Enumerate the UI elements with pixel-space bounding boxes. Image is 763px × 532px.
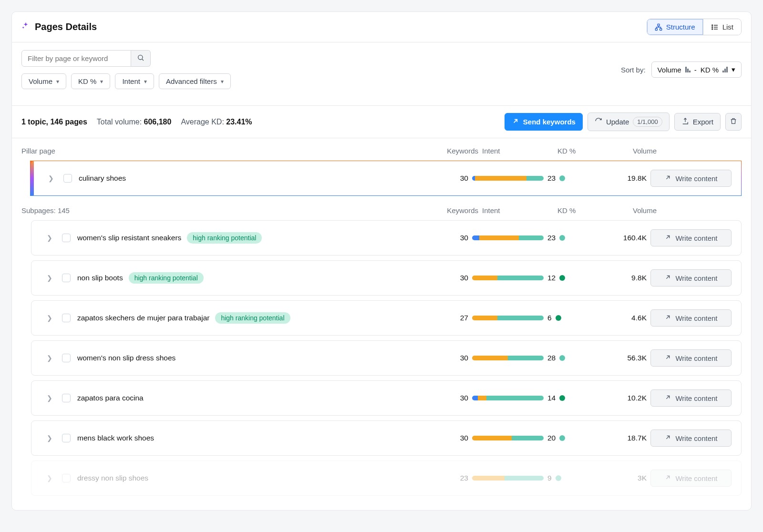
update-count: 1/1,000	[633, 117, 662, 127]
search-input[interactable]	[21, 50, 131, 67]
table-row: ❯ zapatos skechers de mujer para trabaja…	[31, 300, 742, 336]
row-keywords: 30	[421, 174, 468, 183]
total-volume-value: 606,180	[144, 118, 172, 126]
row-volume: 4.6K	[594, 314, 647, 322]
view-list-button[interactable]: List	[703, 19, 741, 35]
row-kd: 12	[547, 274, 590, 282]
view-structure-button[interactable]: Structure	[647, 19, 703, 35]
row-volume: 3K	[594, 474, 647, 482]
send-icon	[512, 117, 519, 126]
sort-desc-icon	[685, 67, 691, 72]
filter-volume[interactable]: Volume ▾	[21, 73, 66, 89]
filter-advanced[interactable]: Advanced filters ▾	[159, 73, 231, 89]
write-label: Write content	[675, 314, 717, 322]
subpages-count: 145	[58, 206, 70, 215]
write-content-button[interactable]: Write content	[650, 430, 732, 447]
row-name: zapatos para cocina	[77, 394, 144, 402]
row-name-cell: mens black work shoes	[77, 434, 417, 442]
row-keywords: 30	[421, 234, 468, 242]
sparkle-icon	[21, 21, 30, 32]
search-group	[21, 50, 151, 67]
expand-toggle[interactable]: ❯	[41, 394, 58, 402]
row-keywords: 30	[421, 274, 468, 282]
search-button[interactable]	[131, 50, 151, 67]
expand-toggle[interactable]: ❯	[41, 474, 58, 482]
row-checkbox[interactable]	[62, 314, 71, 322]
row-name: non slip boots	[77, 274, 123, 282]
row-checkbox[interactable]	[63, 174, 72, 183]
write-content-button[interactable]: Write content	[650, 269, 732, 286]
sort-value-1: Volume	[658, 66, 681, 74]
stats-right: Send keywords Update 1/1,000 Export	[505, 113, 742, 131]
col-keywords: Keywords	[431, 147, 478, 155]
row-name-cell: women's slip resistant sneakers high ran…	[77, 232, 417, 244]
col-keywords: Keywords	[431, 206, 478, 215]
trash-icon	[730, 117, 737, 126]
svg-point-4	[711, 27, 712, 28]
chevron-down-icon: ▾	[144, 78, 147, 85]
write-label: Write content	[675, 434, 717, 442]
expand-toggle[interactable]: ❯	[41, 434, 58, 442]
row-volume: 19.8K	[594, 174, 647, 183]
write-label: Write content	[675, 174, 717, 183]
filter-intent[interactable]: Intent ▾	[115, 73, 154, 89]
row-keywords: 23	[421, 474, 468, 482]
expand-toggle[interactable]: ❯	[41, 234, 58, 242]
row-checkbox[interactable]	[62, 394, 71, 402]
table-row: ❯ women's non slip dress shoes 30 28 56.…	[31, 340, 742, 376]
row-name: mens black work shoes	[77, 434, 154, 442]
row-intent-bar	[472, 436, 544, 440]
table-row: ❯ women's slip resistant sneakers high r…	[31, 220, 742, 256]
send-label: Send keywords	[523, 118, 576, 126]
write-content-button[interactable]: Write content	[650, 170, 732, 187]
row-kd-value: 6	[547, 314, 552, 322]
row-keywords: 27	[421, 314, 468, 322]
delete-button[interactable]	[725, 113, 742, 131]
send-keywords-button[interactable]: Send keywords	[505, 113, 583, 131]
view-list-label: List	[722, 23, 733, 31]
row-intent-bar	[472, 316, 544, 320]
expand-toggle[interactable]: ❯	[41, 314, 58, 322]
row-checkbox[interactable]	[62, 434, 71, 442]
sort-value-2: KD %	[701, 66, 719, 74]
row-intent-bar	[472, 356, 544, 360]
kd-dot	[556, 475, 561, 481]
write-content-button[interactable]: Write content	[650, 470, 732, 487]
row-kd: 23	[547, 174, 590, 183]
sort-select[interactable]: Volume - KD % ▾	[651, 61, 742, 78]
write-label: Write content	[675, 394, 717, 402]
search-icon	[137, 56, 144, 63]
write-content-button[interactable]: Write content	[650, 229, 732, 246]
row-checkbox[interactable]	[62, 274, 71, 282]
write-content-button[interactable]: Write content	[650, 309, 732, 327]
filter-kd[interactable]: KD % ▾	[71, 73, 110, 89]
update-button[interactable]: Update 1/1,000	[588, 113, 670, 131]
table-header-pillar: Pillar page Keywords Intent KD % Volume	[12, 138, 751, 161]
row-checkbox[interactable]	[62, 474, 71, 482]
export-button[interactable]: Export	[674, 113, 721, 131]
row-kd: 28	[547, 354, 590, 362]
write-content-button[interactable]: Write content	[650, 349, 732, 367]
total-volume-label: Total volume:	[97, 118, 142, 126]
row-checkbox[interactable]	[62, 234, 71, 242]
chevron-down-icon: ▾	[221, 78, 224, 85]
table-row: ❯ dressy non slip shoes 23 9 3K Write co…	[31, 460, 742, 496]
row-intent-bar	[472, 476, 544, 481]
row-keywords: 30	[421, 434, 468, 442]
expand-toggle[interactable]: ❯	[41, 274, 58, 282]
filter-volume-label: Volume	[29, 77, 52, 85]
row-name: zapatos skechers de mujer para trabajar	[77, 314, 209, 322]
row-intent-bar	[472, 235, 544, 240]
row-volume: 9.8K	[594, 274, 647, 282]
row-name-cell: non slip boots high ranking potential	[77, 272, 417, 284]
stats-left: 1 topic, 146 pages Total volume: 606,180…	[21, 118, 252, 126]
chevron-down-icon: ▾	[100, 78, 103, 85]
kd-dot	[556, 315, 561, 321]
write-content-button[interactable]: Write content	[650, 389, 732, 407]
expand-toggle[interactable]: ❯	[42, 174, 60, 182]
expand-toggle[interactable]: ❯	[41, 354, 58, 362]
row-checkbox[interactable]	[62, 354, 71, 362]
kd-dot	[559, 175, 565, 181]
row-kd-value: 23	[547, 174, 556, 183]
write-label: Write content	[675, 354, 717, 362]
